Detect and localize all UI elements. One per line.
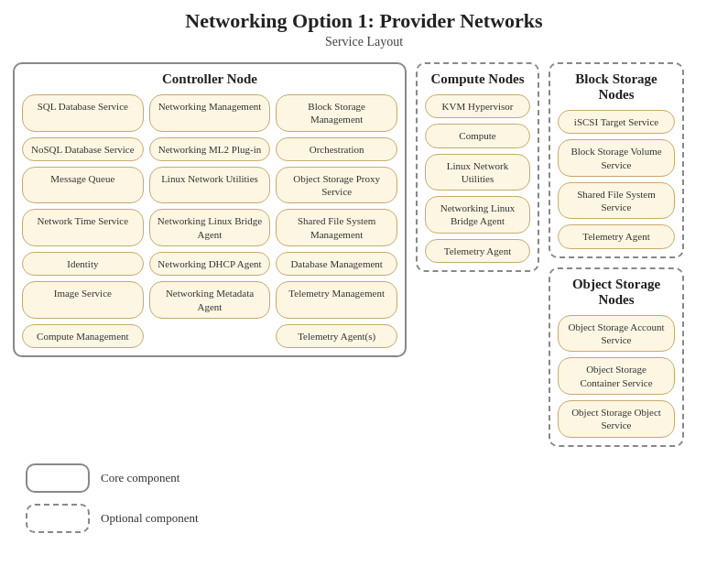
pill-object-storage-object-service: Object Storage Object Service [558,400,675,438]
legend-optional: Optional component [26,504,719,533]
legend-core: Core component [26,463,719,493]
pill-compute-networking-linux-bridge-agent: Networking Linux Bridge Agent [425,196,530,234]
compute-node-title: Compute Nodes [425,71,530,87]
block-storage-grid: iSCSI Target Service Block Storage Volum… [558,110,675,249]
compute-node-box: Compute Nodes KVM Hypervisor Compute Lin… [416,62,539,272]
pill-object-storage-account-service: Object Storage Account Service [558,315,675,353]
pill-networking-linux-bridge-agent: Networking Linux Bridge Agent [149,209,271,246]
pill-empty [149,324,271,348]
pill-networking-management: Networking Management [149,94,271,132]
block-storage-node-title: Block Storage Nodes [558,71,675,103]
pill-compute-management: Compute Management [22,324,144,348]
legend-optional-box [26,504,90,533]
pill-kvm-hypervisor: KVM Hypervisor [425,94,530,118]
right-col: Block Storage Nodes iSCSI Target Service… [549,62,684,447]
pill-identity: Identity [22,252,144,276]
pill-linux-network-utilities: Linux Network Utilities [149,167,271,204]
page-subtitle: Service Layout [9,35,719,49]
legend: Core component Optional component [26,463,719,533]
pill-shared-file-system-service: Shared File System Service [558,182,675,220]
page-title: Networking Option 1: Provider Networks [9,9,719,33]
compute-grid: KVM Hypervisor Compute Linux Network Uti… [425,94,530,263]
pill-block-storage-volume-service: Block Storage Volume Service [558,139,675,177]
object-storage-grid: Object Storage Account Service Object St… [558,315,675,438]
pill-sql-database-service: SQL Database Service [22,94,144,132]
pill-shared-file-system-management: Shared File System Management [276,209,397,246]
pill-nosql-database-service: NoSQL Database Service [22,137,144,161]
pill-network-time-service: Network Time Service [22,209,144,246]
pill-networking-dhcp-agent: Networking DHCP Agent [149,252,271,276]
pill-telemetry-agents: Telemetry Agent(s) [276,324,397,348]
pill-block-telemetry-agent: Telemetry Agent [558,224,675,248]
pill-networking-metadata-agent: Networking Metadata Agent [149,281,271,319]
controller-node-box: Controller Node SQL Database Service Net… [13,62,407,357]
pill-compute: Compute [425,124,530,147]
legend-core-label: Core component [101,471,179,485]
main-layout: Controller Node SQL Database Service Net… [9,62,719,447]
controller-grid: SQL Database Service Networking Manageme… [22,94,397,348]
pill-block-storage-management: Block Storage Management [276,94,397,132]
legend-optional-label: Optional component [101,511,199,526]
pill-object-storage-proxy-service: Object Storage Proxy Service [276,167,397,204]
pill-compute-linux-network-utilities: Linux Network Utilities [425,154,530,191]
pill-message-queue: Message Queue [22,167,144,204]
object-storage-node-box: Object Storage Nodes Object Storage Acco… [549,267,684,447]
legend-core-box [26,463,90,493]
pill-orchestration: Orchestration [276,137,397,161]
pill-image-service: Image Service [22,281,144,319]
pill-database-management: Database Management [276,252,397,276]
pill-compute-telemetry-agent: Telemetry Agent [425,239,530,263]
block-storage-node-box: Block Storage Nodes iSCSI Target Service… [549,62,684,258]
pill-networking-ml2-plug-in: Networking ML2 Plug-in [149,137,271,161]
controller-node-title: Controller Node [22,71,397,87]
pill-iscsi-target-service: iSCSI Target Service [558,110,675,134]
pill-telemetry-management: Telemetry Management [276,281,397,319]
pill-object-storage-container-service: Object Storage Container Service [558,357,675,395]
object-storage-node-title: Object Storage Nodes [558,277,675,308]
